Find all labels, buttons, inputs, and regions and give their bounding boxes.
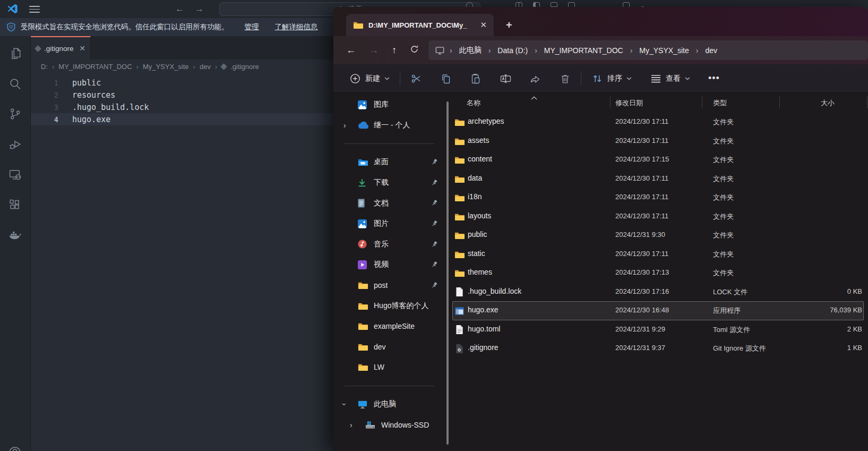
back-button[interactable]: ← [346,45,356,56]
sidebar-item-文档[interactable]: 文档 [333,193,445,214]
new-button[interactable]: 新建 [349,73,390,84]
activity-search-icon[interactable] [0,69,30,99]
plus-circle-icon [349,73,361,84]
sidebar-item-视频[interactable]: 视频 [333,254,445,275]
line-number: 3 [31,103,58,112]
breadcrumb-item[interactable]: dev [200,63,211,71]
share-button[interactable] [529,73,541,84]
sidebar-item-图库[interactable]: 图库 [333,95,445,115]
close-icon[interactable]: ✕ [480,20,487,30]
desktop-icon [358,158,368,166]
up-button[interactable]: ↑ [392,45,397,56]
file-row-.gitignore[interactable]: .gitignore2024/12/31 9:37Git Ignore 源文件1… [452,339,864,358]
activity-account-icon[interactable] [8,446,22,451]
copy-button[interactable] [440,73,452,84]
column-header-name[interactable]: 名称 [467,98,480,108]
file-name: hugo.toml [468,325,500,333]
sidebar-item-dev[interactable]: dev [333,337,445,358]
breadcrumb-item[interactable]: My_YSYX_site [638,46,690,55]
vscode-forward-button[interactable]: → [195,4,204,14]
file-row-themes[interactable]: themes2024/12/30 17:13文件夹 [452,263,864,283]
chevron-right-icon: › [52,63,54,71]
new-button-label: 新建 [365,74,380,83]
tab-gitignore[interactable]: .gitignore ✕ [31,36,91,59]
breadcrumb-item[interactable]: My_YSYX_site [143,63,189,71]
explorer-address-bar: ← → ↑ ›此电脑›Data (D:)›MY_IMPORTANT_DOC›My… [333,36,868,64]
sidebar-scrollbar[interactable] [446,101,449,445]
learn-more-link[interactable]: 了解详细信息 [275,22,318,32]
breadcrumb-item[interactable]: .gitignore [230,63,259,71]
folder-icon [358,302,368,310]
sidebar-item-exampleSite[interactable]: exampleSite [333,316,445,337]
sidebar-item-图片[interactable]: 图片 [333,214,445,234]
refresh-button[interactable] [410,45,419,56]
column-header-size[interactable]: 大小 [821,98,835,108]
activity-extensions-icon[interactable] [0,190,30,220]
breadcrumb-item[interactable]: MY_IMPORTANT_DOC [543,46,625,55]
breadcrumb-item[interactable]: 此电脑 [458,46,483,55]
chevron-icon[interactable]: › [343,122,346,129]
activity-source-control-icon[interactable] [0,99,30,129]
file-row-hugo.toml[interactable]: hugo.toml2024/12/31 9:29Toml 源文件2 KB [452,320,864,339]
breadcrumb-item[interactable]: MY_IMPORTANT_DOC [58,63,132,71]
new-tab-button[interactable]: + [506,19,512,31]
file-type: 文件夹 [713,193,734,202]
sort-button[interactable]: 排序 [591,73,632,84]
file-row-content[interactable]: content2024/12/30 17:15文件夹 [452,150,864,169]
pin-icon [432,241,438,248]
activity-remote-explorer-icon[interactable] [0,159,30,190]
more-button[interactable]: ••• [708,73,720,84]
file-date: 2024/12/30 17:11 [615,174,668,182]
sidebar-item-Windows-SSD[interactable]: ›Windows-SSD [333,414,445,435]
sidebar-item-桌面[interactable]: 桌面 [333,152,445,173]
column-header-date[interactable]: 修改日期 [615,98,643,108]
file-row-archetypes[interactable]: archetypes2024/12/30 17:11文件夹 [452,113,864,132]
rename-button[interactable] [500,73,511,84]
file-type: 文件夹 [713,268,734,278]
manage-link[interactable]: 管理 [245,22,259,32]
file-row-public[interactable]: public2024/12/31 9:30文件夹 [452,226,864,245]
file-row-assets[interactable]: assets2024/12/30 17:11文件夹 [452,132,864,151]
file-row-static[interactable]: static2024/12/30 17:11文件夹 [452,245,864,264]
documents-icon [358,199,365,208]
sidebar-item-继一 - 个人[interactable]: ›继一 - 个人 [333,115,445,136]
breadcrumb-item[interactable]: Data (D:) [496,46,529,55]
paste-button[interactable] [470,73,482,84]
sidebar-item-音乐[interactable]: 音乐 [333,234,445,255]
file-type: 文件夹 [713,137,734,146]
sidebar-item-Hugo博客的个人[interactable]: Hugo博客的个人 [333,295,445,316]
forward-button[interactable]: → [369,45,379,56]
menu-icon[interactable] [29,6,40,15]
file-type: 文件夹 [713,250,734,259]
breadcrumb-bar[interactable]: ›此电脑›Data (D:)›MY_IMPORTANT_DOC›My_YSYX_… [428,40,868,60]
chevron-right-icon: › [630,46,633,55]
file-size: 1 KB [750,344,862,352]
remote-explorer-icon [8,168,22,181]
chevron-icon[interactable]: › [341,403,348,406]
close-icon[interactable]: ✕ [79,44,85,53]
sidebar-item-此电脑[interactable]: ›此电脑 [333,394,445,415]
file-row-i18n[interactable]: i18n2024/12/30 17:11文件夹 [452,188,864,207]
activity-docker-icon[interactable] [0,220,30,250]
sidebar-item-label: exampleSite [374,322,415,330]
cut-button[interactable] [410,73,422,84]
activity-explorer-files-icon[interactable] [0,38,30,69]
vscode-back-button[interactable]: ← [175,4,184,14]
sidebar-item-下载[interactable]: 下载 [333,173,445,193]
sidebar-item-post[interactable]: post [333,275,445,296]
column-header-type[interactable]: 类型 [713,98,727,108]
breadcrumb-item[interactable]: dev [703,46,719,55]
explorer-toolbar: 新建 排序 查看 ••• [333,64,868,93]
sidebar-divider [344,143,434,144]
file-row-hugo.exe[interactable]: hugo.exe2024/12/30 16:48应用程序76,039 KB [452,301,864,320]
sidebar-item-LW[interactable]: LW [333,357,445,378]
activity-run-debug-icon[interactable] [0,129,30,159]
file-row-data[interactable]: data2024/12/30 17:11文件夹 [452,169,864,189]
file-row-.hugo_build.lock[interactable]: .hugo_build.lock2024/12/30 17:16LOCK 文件0… [452,283,864,302]
view-button[interactable]: 查看 [650,73,690,84]
explorer-tab[interactable]: D:\MY_IMPORTANT_DOC\My_ ✕ [346,14,494,36]
delete-button[interactable] [559,73,571,84]
chevron-icon[interactable]: › [350,421,353,429]
breadcrumb-item[interactable]: D: [41,63,48,71]
file-row-layouts[interactable]: layouts2024/12/30 17:11文件夹 [452,207,864,226]
